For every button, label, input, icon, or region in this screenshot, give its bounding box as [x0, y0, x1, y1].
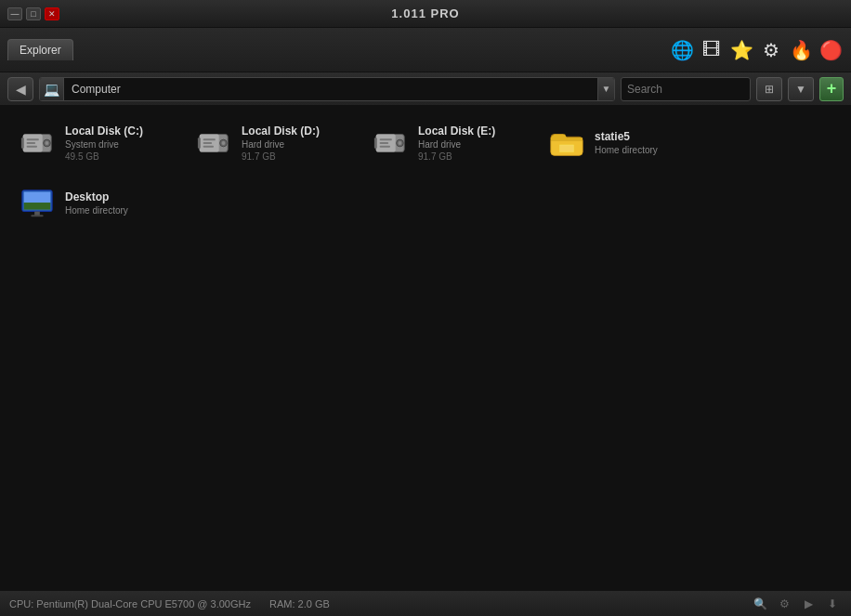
svg-rect-21 [380, 142, 389, 144]
explorer-tab[interactable]: Explorer [7, 39, 73, 60]
hdd-icon [19, 125, 56, 162]
drive-size: 49.5 GB [65, 151, 143, 162]
close-button[interactable]: ✕ [45, 7, 59, 20]
drive-sub: Hard drive [418, 139, 495, 150]
hdd-icon [372, 125, 409, 162]
drive-item[interactable]: Local Disk (E:) Hard drive 91.7 GB [364, 117, 531, 168]
gear-icon[interactable]: ⚙ [758, 37, 784, 63]
view-toggle-button[interactable]: ⊞ [756, 77, 782, 101]
drive-info: Local Disk (C:) System drive 49.5 GB [65, 125, 143, 162]
drive-sub: Home directory [65, 205, 128, 216]
drive-name: Local Disk (D:) [242, 125, 320, 138]
drive-name: Local Disk (C:) [65, 125, 143, 138]
film-icon[interactable]: 🎞 [699, 37, 725, 63]
drive-item[interactable]: statie5 Home directory [541, 117, 708, 168]
svg-rect-5 [27, 142, 35, 144]
drive-sub: Hard drive [242, 139, 320, 150]
address-computer-icon: 💻 [40, 78, 64, 100]
svg-rect-15 [198, 138, 201, 148]
toolbar: Explorer 🌐🎞⭐⚙🔥🔴 [0, 28, 851, 72]
drive-info: Desktop Home directory [65, 190, 128, 216]
add-button[interactable]: + [819, 77, 844, 101]
svg-point-19 [399, 141, 402, 145]
svg-rect-6 [27, 145, 37, 147]
drive-name: Local Disk (E:) [418, 125, 495, 138]
svg-rect-29 [31, 215, 43, 216]
search-container: 🔍 [621, 77, 751, 101]
svg-point-11 [222, 141, 226, 145]
address-bar[interactable]: 💻 Computer ▼ [39, 77, 615, 101]
drive-size: 91.7 GB [242, 151, 320, 162]
status-bar: CPU: Pentium(R) Dual-Core CPU E5700 @ 3.… [0, 590, 851, 616]
svg-rect-22 [380, 145, 390, 147]
svg-rect-12 [203, 138, 216, 140]
svg-rect-14 [203, 145, 214, 147]
drive-item[interactable]: Desktop Home directory [11, 177, 178, 229]
drive-info: Local Disk (D:) Hard drive 91.7 GB [242, 125, 320, 162]
maximize-button[interactable]: □ [26, 7, 41, 20]
search-input[interactable] [622, 83, 751, 96]
view-dropdown-button[interactable]: ▼ [788, 77, 814, 101]
address-dropdown-button[interactable]: ▼ [597, 78, 614, 100]
record-icon[interactable]: 🔴 [818, 37, 844, 63]
svg-rect-13 [203, 142, 213, 144]
title-bar: — □ ✕ 1.011 PRO [0, 0, 851, 28]
window-title: 1.011 PRO [63, 7, 788, 20]
fire-icon[interactable]: 🔥 [788, 37, 814, 63]
drive-name: Desktop [65, 190, 128, 203]
svg-rect-27 [24, 203, 51, 210]
drive-info: Local Disk (E:) Hard drive 91.7 GB [418, 125, 495, 162]
file-browser: Local Disk (C:) System drive 49.5 GB Loc… [0, 106, 851, 590]
minimize-button[interactable]: — [7, 7, 22, 20]
drive-info: statie5 Home directory [595, 130, 658, 155]
minimize-status-icon[interactable]: ⬇ [823, 595, 842, 613]
drive-name: statie5 [595, 130, 658, 143]
zoom-out-icon[interactable]: 🔍 [751, 595, 769, 613]
svg-rect-4 [27, 138, 39, 140]
hdd-icon [195, 125, 232, 162]
drive-item[interactable]: Local Disk (D:) Hard drive 91.7 GB [188, 117, 355, 168]
star-icon[interactable]: ⭐ [728, 37, 754, 63]
settings-status-icon[interactable]: ⚙ [775, 595, 793, 613]
svg-rect-20 [380, 138, 392, 140]
folder-icon [548, 125, 585, 162]
svg-rect-7 [21, 138, 24, 148]
arrow-status-icon[interactable]: ▶ [799, 595, 818, 613]
back-button[interactable]: ◀ [7, 77, 33, 101]
drive-sub: System drive [65, 139, 143, 150]
svg-point-3 [46, 141, 49, 145]
monitor-icon [19, 185, 56, 222]
globe-icon[interactable]: 🌐 [669, 37, 695, 63]
back-icon: ◀ [16, 82, 26, 97]
cpu-status: CPU: Pentium(R) Dual-Core CPU E5700 @ 3.… [9, 598, 251, 609]
drive-item[interactable]: Local Disk (C:) System drive 49.5 GB [11, 117, 178, 168]
address-label: Computer [64, 83, 597, 96]
status-icons: 🔍 ⚙ ▶ ⬇ [751, 595, 842, 613]
svg-rect-23 [374, 138, 377, 148]
drive-sub: Home directory [595, 145, 658, 155]
svg-rect-26 [24, 191, 51, 202]
drive-size: 91.7 GB [418, 151, 495, 162]
nav-bar: ◀ 💻 Computer ▼ 🔍 ⊞ ▼ + [0, 72, 851, 106]
ram-status: RAM: 2.0 GB [269, 598, 330, 609]
